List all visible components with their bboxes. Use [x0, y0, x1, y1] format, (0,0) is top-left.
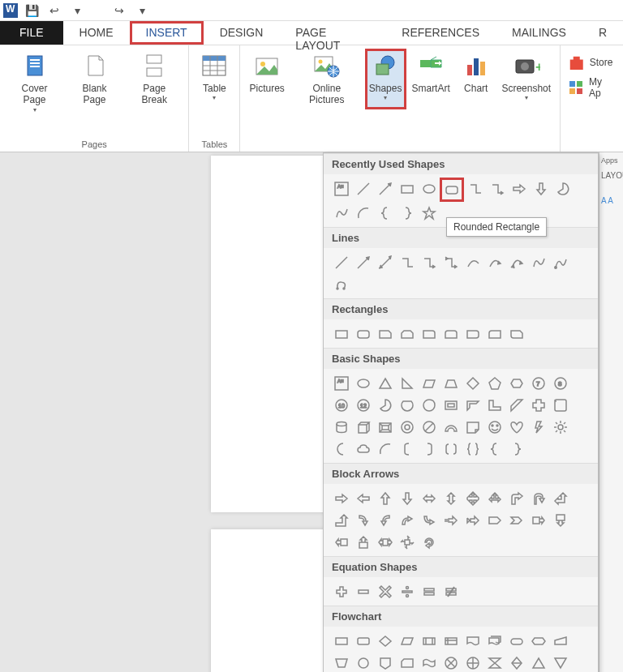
tab-pagelayout[interactable]: PAGE LAYOUT	[279, 21, 385, 45]
basic-half-frame[interactable]	[462, 394, 483, 416]
undo-more-button[interactable]: ▾	[68, 2, 86, 19]
basic-oval[interactable]	[352, 372, 374, 394]
basic-folded-corner[interactable]	[462, 416, 483, 438]
shapes-button[interactable]: Shapes	[365, 49, 406, 109]
arrow-curved-left[interactable]	[374, 509, 396, 531]
smartart-button[interactable]: SmartArt	[408, 49, 454, 109]
arrow-updown[interactable]	[440, 487, 462, 509]
basic-textbox[interactable]: A≡	[330, 372, 352, 394]
arrow-leftright[interactable]	[418, 487, 440, 509]
basic-moon[interactable]	[330, 438, 352, 460]
arrow-quad-callout[interactable]	[396, 531, 418, 553]
rect-9[interactable]	[505, 323, 527, 345]
basic-teardrop[interactable]	[418, 394, 440, 416]
rect-7[interactable]	[462, 323, 483, 345]
redo-button[interactable]: ↪	[110, 2, 128, 19]
shape-star[interactable]	[418, 202, 440, 224]
blank-page-button[interactable]: Blank Page	[66, 49, 123, 117]
basic-donut[interactable]	[396, 416, 418, 438]
fc-manual-op[interactable]	[330, 652, 352, 672]
tab-review[interactable]: R	[582, 21, 623, 45]
rect-8[interactable]	[483, 323, 505, 345]
my-apps-button[interactable]: My Ap	[569, 76, 615, 99]
shape-pie[interactable]	[552, 178, 574, 199]
arrow-right-callout[interactable]	[527, 509, 549, 531]
fc-or[interactable]	[462, 652, 483, 672]
line-3[interactable]	[374, 251, 396, 273]
rect-4[interactable]	[396, 323, 418, 345]
tab-insert[interactable]: INSERT	[130, 21, 204, 45]
line-6[interactable]	[440, 251, 462, 273]
line-8[interactable]	[483, 251, 505, 273]
fc-merge[interactable]	[549, 652, 571, 672]
tab-references[interactable]: REFERENCES	[385, 21, 496, 45]
shape-connector-elbow[interactable]	[464, 178, 486, 199]
arrow-pentagon[interactable]	[483, 509, 505, 531]
shape-down-arrow[interactable]	[530, 178, 552, 199]
rect-2[interactable]	[352, 323, 374, 345]
basic-plaque[interactable]	[549, 394, 571, 416]
fc-document[interactable]	[462, 630, 483, 652]
line-4[interactable]	[396, 251, 418, 273]
rect-1[interactable]	[330, 323, 352, 345]
arrow-striped-right[interactable]	[440, 509, 462, 531]
line-12[interactable]	[330, 273, 352, 295]
fc-tape[interactable]	[418, 652, 440, 672]
arrow-circular[interactable]	[418, 531, 440, 553]
line-11[interactable]	[549, 251, 571, 273]
shape-right-brace[interactable]	[396, 202, 418, 224]
fc-decision[interactable]	[374, 630, 396, 652]
arrow-up[interactable]	[374, 487, 396, 509]
online-pictures-button[interactable]: Online Pictures	[290, 49, 363, 109]
arrow-leftright-callout[interactable]	[374, 531, 396, 553]
line-5[interactable]	[418, 251, 440, 273]
eq-minus[interactable]	[352, 580, 374, 602]
eq-equal[interactable]	[418, 580, 440, 602]
basic-left-brace2[interactable]	[483, 438, 505, 460]
fc-offpage[interactable]	[374, 652, 396, 672]
basic-parallelogram[interactable]	[418, 372, 440, 394]
rect-3[interactable]	[374, 323, 396, 345]
tab-design[interactable]: DESIGN	[204, 21, 280, 45]
arrow-uturn[interactable]	[527, 487, 549, 509]
shape-line[interactable]	[352, 178, 374, 199]
fc-multidoc[interactable]	[483, 630, 505, 652]
shape-arc[interactable]	[352, 202, 374, 224]
basic-trapezoid[interactable]	[440, 372, 462, 394]
arrow-left-callout[interactable]	[330, 531, 352, 553]
chart-button[interactable]: Chart	[456, 49, 496, 109]
fc-terminator[interactable]	[505, 630, 527, 652]
fc-predef[interactable]	[418, 630, 440, 652]
shape-right-arrow[interactable]	[508, 178, 530, 199]
arrow-down[interactable]	[396, 487, 418, 509]
basic-right-brace2[interactable]	[505, 438, 527, 460]
eq-notequal[interactable]	[440, 580, 462, 602]
fc-collate[interactable]	[483, 652, 505, 672]
basic-double-bracket[interactable]	[440, 438, 462, 460]
fc-prep[interactable]	[527, 630, 549, 652]
arrow-curved-up[interactable]	[396, 509, 418, 531]
tab-mailings[interactable]: MAILINGS	[496, 21, 582, 45]
arrow-bent[interactable]	[505, 487, 527, 509]
basic-cross[interactable]	[527, 394, 549, 416]
basic-pentagon[interactable]	[483, 372, 505, 394]
arrow-quad[interactable]	[462, 487, 483, 509]
basic-can[interactable]	[330, 416, 352, 438]
eq-divide[interactable]	[396, 580, 418, 602]
basic-diag-stripe[interactable]	[505, 394, 527, 416]
qat-customize-button[interactable]: ▾	[133, 2, 151, 19]
basic-sun[interactable]	[549, 416, 571, 438]
arrow-left[interactable]	[352, 487, 374, 509]
store-button[interactable]: Store	[569, 55, 615, 70]
basic-hexagon[interactable]	[505, 372, 527, 394]
basic-right-triangle[interactable]	[396, 372, 418, 394]
shape-arrow-line[interactable]	[374, 178, 396, 199]
shape-connector-elbow-arrow[interactable]	[486, 178, 508, 199]
basic-heptagon[interactable]: 7	[527, 372, 549, 394]
basic-left-bracket[interactable]	[396, 438, 418, 460]
basic-triangle[interactable]	[374, 372, 396, 394]
arrow-down-callout[interactable]	[549, 509, 571, 531]
basic-dodecagon[interactable]: 12	[352, 394, 374, 416]
fc-internal[interactable]	[440, 630, 462, 652]
eq-multiply[interactable]	[374, 580, 396, 602]
